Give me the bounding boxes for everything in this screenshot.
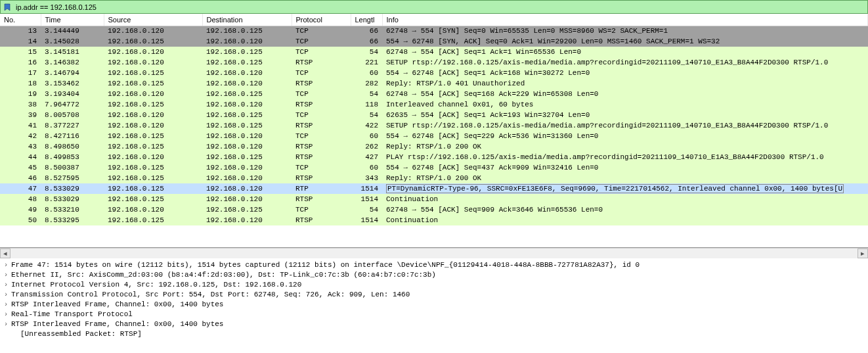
cell: 192.168.0.120 — [202, 131, 292, 141]
table-row[interactable]: 133.144449192.168.0.120192.168.0.125TCP6… — [0, 26, 868, 36]
tree-label: RTSP Interleaved Frame, Channel: 0x00, 1… — [11, 320, 223, 328]
tree-row[interactable]: ›Frame 47: 1514 bytes on wire (12112 bit… — [3, 260, 865, 270]
tree-row[interactable]: ›RTSP Interleaved Frame, Channel: 0x00, … — [3, 299, 865, 309]
tree-row[interactable]: ›Real-Time Transport Protocol — [3, 309, 865, 319]
table-row[interactable]: 448.499853192.168.0.120192.168.0.125RTSP… — [0, 152, 868, 162]
col-header-no[interactable]: No. — [0, 14, 41, 26]
cell: 192.168.0.120 — [104, 57, 202, 68]
cell-info: 62748 → 554 [ACK] Seq=1 Ack=1 Win=65536 … — [382, 47, 868, 57]
scroll-right-icon[interactable]: ▸ — [857, 248, 868, 258]
display-filter-input[interactable] — [14, 3, 865, 12]
col-header-info[interactable]: Info — [382, 14, 868, 26]
bookmark-icon[interactable] — [3, 3, 12, 12]
cell-info: Reply: RTSP/1.0 200 OK — [382, 173, 868, 183]
packet-header-row[interactable]: No. Time Source Destination Protocol Len… — [0, 14, 868, 26]
col-header-source[interactable]: Source — [104, 14, 202, 26]
cell: 192.168.0.125 — [202, 152, 292, 162]
col-header-destination[interactable]: Destination — [202, 14, 292, 26]
packet-table: No. Time Source Destination Protocol Len… — [0, 14, 868, 225]
table-row[interactable]: 418.377227192.168.0.120192.168.0.125RTSP… — [0, 120, 868, 131]
table-row[interactable]: 438.498650192.168.0.125192.168.0.120RTSP… — [0, 141, 868, 152]
cell: 282 — [351, 78, 382, 89]
cell: RTSP — [292, 78, 351, 89]
tree-row[interactable]: ›Internet Protocol Version 4, Src: 192.1… — [3, 279, 865, 289]
cell: RTSP — [292, 141, 351, 152]
cell: 3.145028 — [41, 36, 104, 47]
cell-info: 62748 → 554 [SYN] Seq=0 Win=65535 Len=0 … — [382, 26, 868, 36]
cell-info: Continuation — [382, 215, 868, 225]
table-row[interactable]: 498.533210192.168.0.120192.168.0.125TCP5… — [0, 204, 868, 215]
scroll-left-icon[interactable]: ◂ — [0, 248, 11, 258]
cell: 192.168.0.120 — [104, 26, 202, 36]
cell-info: 554 → 62748 [ACK] Seq=437 Ack=909 Win=32… — [382, 162, 868, 173]
cell: 192.168.0.125 — [104, 36, 202, 47]
col-header-protocol[interactable]: Protocol — [292, 14, 351, 26]
cell: RTSP — [292, 120, 351, 131]
table-row[interactable]: 478.533029192.168.0.125192.168.0.120RTP1… — [0, 183, 868, 194]
cell: 54 — [351, 47, 382, 57]
chevron-right-icon[interactable]: › — [3, 261, 9, 269]
cell: 192.168.0.125 — [202, 120, 292, 131]
cell: 192.168.0.125 — [202, 47, 292, 57]
table-row[interactable]: 143.145028192.168.0.125192.168.0.120TCP6… — [0, 36, 868, 47]
cell: 262 — [351, 141, 382, 152]
cell: 192.168.0.120 — [202, 99, 292, 110]
tree-label: Transmission Control Protocol, Src Port:… — [11, 291, 410, 298]
table-row[interactable]: 398.005708192.168.0.120192.168.0.125TCP5… — [0, 110, 868, 120]
cell: 8.533029 — [41, 194, 104, 204]
packet-list-pane[interactable]: No. Time Source Destination Protocol Len… — [0, 14, 868, 248]
cell: 192.168.0.125 — [104, 162, 202, 173]
table-row[interactable]: 458.500387192.168.0.125192.168.0.120TCP6… — [0, 162, 868, 173]
tree-row[interactable]: ›RTSP Interleaved Frame, Channel: 0x00, … — [3, 319, 865, 329]
cell: 8.500387 — [41, 162, 104, 173]
cell: 422 — [351, 120, 382, 131]
cell: 8.427116 — [41, 131, 104, 141]
table-row[interactable]: 508.533295192.168.0.125192.168.0.120RTSP… — [0, 215, 868, 225]
cell: TCP — [292, 204, 351, 215]
cell: 66 — [351, 36, 382, 47]
chevron-right-icon[interactable]: › — [3, 300, 9, 308]
cell: 54 — [351, 204, 382, 215]
cell: 8.005708 — [41, 110, 104, 120]
cell: 3.146382 — [41, 57, 104, 68]
table-row[interactable]: 173.146794192.168.0.125192.168.0.120TCP6… — [0, 68, 868, 78]
packet-details-pane[interactable]: ›Frame 47: 1514 bytes on wire (12112 bit… — [0, 258, 868, 353]
table-row[interactable]: 488.533029192.168.0.125192.168.0.120RTSP… — [0, 194, 868, 204]
col-header-length[interactable]: Lengtl — [351, 14, 382, 26]
cell: 49 — [0, 204, 41, 215]
tree-label: Real-Time Transport Protocol — [11, 310, 133, 318]
chevron-right-icon[interactable]: › — [3, 271, 9, 279]
table-row[interactable]: 193.193404192.168.0.120192.168.0.125TCP5… — [0, 89, 868, 99]
cell-info: 62635 → 554 [ACK] Seq=1 Ack=193 Win=3270… — [382, 110, 868, 120]
tree-row[interactable]: ›Transmission Control Protocol, Src Port… — [3, 289, 865, 299]
table-row[interactable]: 428.427116192.168.0.125192.168.0.120TCP6… — [0, 131, 868, 141]
cell: 45 — [0, 162, 41, 173]
packet-list-hscroll[interactable]: ◂ ▸ — [0, 248, 868, 258]
cell: 192.168.0.120 — [202, 36, 292, 47]
col-header-time[interactable]: Time — [41, 14, 104, 26]
cell: 192.168.0.120 — [202, 78, 292, 89]
cell-info: 554 → 62748 [ACK] Seq=1 Ack=168 Win=3027… — [382, 68, 868, 78]
cell: 192.168.0.125 — [202, 110, 292, 120]
table-row[interactable]: 153.145181192.168.0.120192.168.0.125TCP5… — [0, 47, 868, 57]
chevron-right-icon[interactable]: › — [3, 281, 9, 289]
tree-row[interactable]: [Unreassembled Packet: RTSP] — [3, 329, 865, 339]
table-row[interactable]: 183.153462192.168.0.125192.168.0.120RTSP… — [0, 78, 868, 89]
chevron-right-icon[interactable]: › — [3, 310, 9, 318]
cell-info: 62748 → 554 [ACK] Seq=168 Ack=229 Win=65… — [382, 89, 868, 99]
table-row[interactable]: 387.964772192.168.0.125192.168.0.120RTSP… — [0, 99, 868, 110]
cell: 192.168.0.125 — [104, 131, 202, 141]
tree-label: Ethernet II, Src: AxisComm_2d:03:00 (b8:… — [11, 271, 436, 279]
table-row[interactable]: 163.146382192.168.0.120192.168.0.125RTSP… — [0, 57, 868, 68]
cell: RTSP — [292, 215, 351, 225]
cell-info: 554 → 62748 [ACK] Seq=229 Ack=536 Win=31… — [382, 131, 868, 141]
chevron-right-icon[interactable]: › — [3, 320, 9, 328]
table-row[interactable]: 468.527595192.168.0.125192.168.0.120RTSP… — [0, 173, 868, 183]
tree-row[interactable]: ›Ethernet II, Src: AxisComm_2d:03:00 (b8… — [3, 270, 865, 279]
display-filter-bar — [0, 0, 868, 14]
chevron-right-icon[interactable]: › — [3, 291, 9, 298]
cell: 60 — [351, 162, 382, 173]
cell: 221 — [351, 57, 382, 68]
cell-info: Reply: RTSP/1.0 200 OK — [382, 141, 868, 152]
cell: 46 — [0, 173, 41, 183]
